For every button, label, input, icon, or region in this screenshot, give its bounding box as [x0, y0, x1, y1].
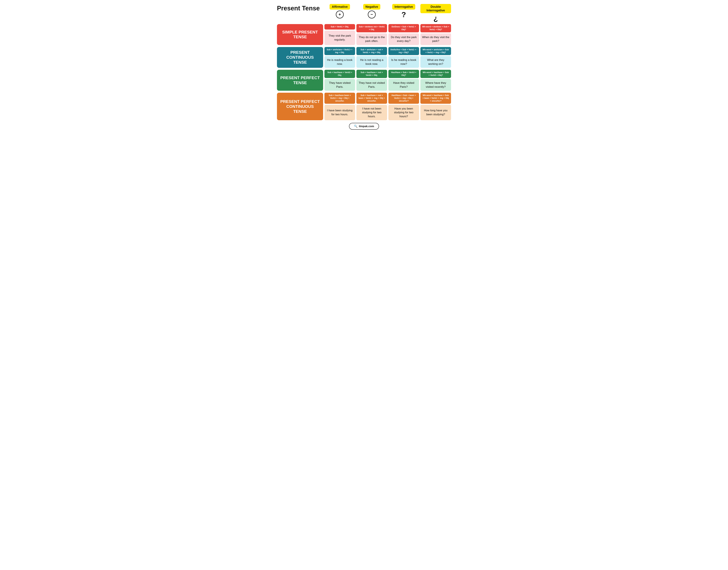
data-col-1-1: Sub + am/is/are + not + Verb1 + -ing + O… [356, 47, 387, 68]
data-cells-0: Sub + Verb1 + Obj.They visit the park re… [324, 24, 451, 45]
data-cells-1: Sub + am/is/are + Verb1 + -ing + Obj.He … [324, 47, 451, 68]
col-header-3: Double Interrogative¿ [421, 4, 451, 22]
formula-cell-3-0: Sub + has/have been + Verb1 + -ing + Obj… [324, 93, 355, 104]
footer-badge: 🔍 ilmpak.com [349, 123, 379, 129]
footer: 🔍 ilmpak.com [277, 123, 451, 129]
formula-cell-1-2: Am/Is/Are + Sub + Verb1 + -ing + Obj? [389, 47, 419, 55]
col-header-0: Affirmative+ [324, 4, 355, 22]
example-cell-0-1: They do not go to the park often. [356, 33, 387, 45]
formula-cell-1-1: Sub + am/is/are + not + Verb1 + -ing + O… [356, 47, 387, 55]
formula-cell-3-2: Has/Have + Sub + been + Verb1 + -ing + O… [389, 93, 419, 104]
col-icon-0: + [336, 11, 344, 18]
example-cell-2-0: They have visited Paris. [324, 79, 355, 91]
example-cell-1-3: What are they working on? [421, 56, 451, 68]
example-cell-1-1: He is not reading a book now. [356, 56, 387, 68]
tense-label-3: PRESENT PERFECT CONTINUOUS TENSE [277, 93, 323, 120]
col-label-3: Double Interrogative [421, 4, 451, 13]
data-col-3-3: Wh-word + has/have + Sub + been + Verb1 … [421, 93, 451, 120]
col-header-1: Negative− [356, 4, 387, 22]
data-col-1-0: Sub + am/is/are + Verb1 + -ing + Obj.He … [324, 47, 355, 68]
footer-text: ilmpak.com [359, 125, 374, 128]
col-icon-3: ¿ [434, 14, 438, 22]
example-cell-2-2: Have they visited Paris? [389, 79, 419, 91]
formula-cell-3-1: Sub + has/have + not + been + Verb1 + -i… [356, 93, 387, 104]
example-cell-3-0: I have been studying for two hours. [324, 105, 355, 120]
data-col-1-2: Am/Is/Are + Sub + Verb1 + -ing + Obj?Is … [389, 47, 419, 68]
example-cell-1-0: He is reading a book now. [324, 56, 355, 68]
data-col-0-2: Do/Does + Sub + Verb1 + Obj?Do they visi… [389, 24, 419, 45]
tense-row-1: PRESENT CONTINUOUS TENSESub + am/is/are … [277, 47, 451, 68]
tense-label-1: PRESENT CONTINUOUS TENSE [277, 47, 323, 68]
tense-row-0: SIMPLE PRESENT TENSESub + Verb1 + Obj.Th… [277, 24, 451, 45]
col-label-1: Negative [363, 4, 381, 10]
data-col-0-1: Sub + do/does not + Verb1 + Obj.They do … [356, 24, 387, 45]
formula-cell-1-3: Wh-word + am/is/are + Sub + Verb1 + -ing… [421, 47, 451, 55]
column-headers: Affirmative+Negative−Interrogative?Doubl… [324, 4, 451, 22]
formula-cell-3-3: Wh-word + has/have + Sub + been + Verb1 … [421, 93, 451, 104]
formula-cell-0-2: Do/Does + Sub + Verb1 + Obj? [389, 24, 419, 32]
data-col-0-3: Wh-word + do/does + Sub + Verb1 + Obj?Wh… [421, 24, 451, 45]
col-header-2: Interrogative? [389, 4, 419, 22]
data-col-1-3: Wh-word + am/is/are + Sub + Verb1 + -ing… [421, 47, 451, 68]
tense-label-2: PRESENT PERFECT TENSE [277, 70, 323, 91]
page-title: Present Tense [277, 4, 323, 12]
data-col-0-0: Sub + Verb1 + Obj.They visit the park re… [324, 24, 355, 45]
example-cell-0-2: Do they visit the park every day? [389, 33, 419, 45]
data-cells-2: Sub + has/have + Verb3 + Obj.They have v… [324, 70, 451, 91]
tense-row-3: PRESENT PERFECT CONTINUOUS TENSESub + ha… [277, 93, 451, 120]
formula-cell-0-3: Wh-word + do/does + Sub + Verb1 + Obj? [421, 24, 451, 32]
col-icon-1: − [368, 11, 376, 18]
formula-cell-2-0: Sub + has/have + Verb3 + Obj. [324, 70, 355, 78]
formula-cell-2-1: Sub + has/have + not + Verb3 + Obj. [356, 70, 387, 78]
data-col-3-0: Sub + has/have been + Verb1 + -ing + Obj… [324, 93, 355, 120]
formula-cell-0-0: Sub + Verb1 + Obj. [324, 24, 355, 29]
formula-cell-1-0: Sub + am/is/are + Verb1 + -ing + Obj. [324, 47, 355, 55]
data-col-2-0: Sub + has/have + Verb3 + Obj.They have v… [324, 70, 355, 91]
tense-table: SIMPLE PRESENT TENSESub + Verb1 + Obj.Th… [277, 24, 451, 120]
header-row: Present Tense Affirmative+Negative−Inter… [277, 4, 451, 22]
col-label-0: Affirmative [329, 4, 350, 10]
data-col-2-2: Has/Have + Sub + Verb3 + Obj?Have they v… [389, 70, 419, 91]
data-cells-3: Sub + has/have been + Verb1 + -ing + Obj… [324, 93, 451, 120]
formula-cell-0-1: Sub + do/does not + Verb1 + Obj. [356, 24, 387, 32]
example-cell-3-1: I have not been studying for two hours. [356, 105, 387, 120]
data-col-2-1: Sub + has/have + not + Verb3 + Obj.They … [356, 70, 387, 91]
example-cell-2-3: Where have they visited recently? [421, 79, 451, 91]
example-cell-1-2: Is he reading a book now? [389, 56, 419, 68]
data-col-2-3: Wh-word + has/have + Sub + Verb3 + Obj?W… [421, 70, 451, 91]
col-label-2: Interrogative [392, 4, 415, 10]
search-icon: 🔍 [354, 124, 357, 128]
formula-cell-2-3: Wh-word + has/have + Sub + Verb3 + Obj? [421, 70, 451, 78]
col-icon-2: ? [402, 11, 406, 18]
example-cell-2-1: They have not visited Paris. [356, 79, 387, 91]
example-cell-0-3: When do they visit the park? [421, 33, 451, 45]
example-cell-3-3: How long have you been studying? [421, 105, 451, 120]
data-col-3-1: Sub + has/have + not + been + Verb1 + -i… [356, 93, 387, 120]
tense-label-0: SIMPLE PRESENT TENSE [277, 24, 323, 45]
formula-cell-2-2: Has/Have + Sub + Verb3 + Obj? [389, 70, 419, 78]
tense-row-2: PRESENT PERFECT TENSESub + has/have + Ve… [277, 70, 451, 91]
example-cell-3-2: Have you been studying for two hours? [389, 105, 419, 120]
data-col-3-2: Has/Have + Sub + been + Verb1 + -ing + O… [389, 93, 419, 120]
example-cell-0-0: They visit the park regularly. [324, 30, 355, 45]
